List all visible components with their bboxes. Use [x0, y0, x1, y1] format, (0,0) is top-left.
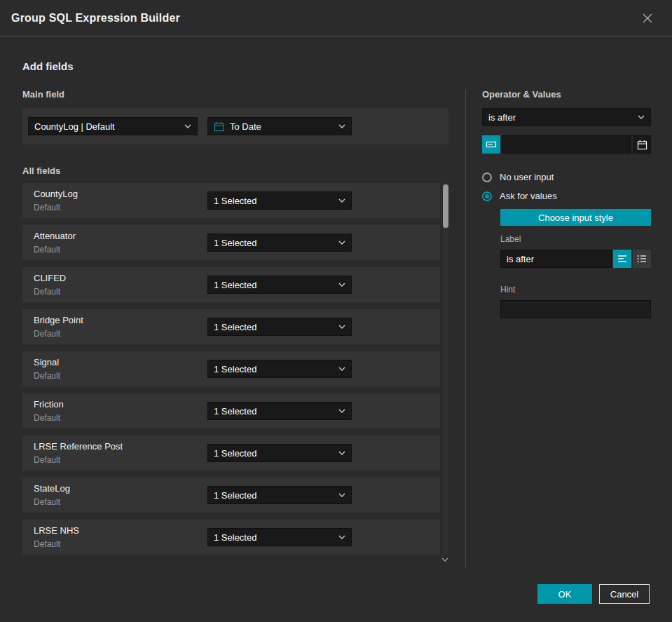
field-selected-dropdown[interactable]: 1 Selected: [207, 444, 352, 462]
chevron-down-icon: [334, 325, 345, 329]
scrollbar-track[interactable]: [443, 183, 448, 555]
cancel-button[interactable]: Cancel: [599, 584, 650, 604]
scrollbar-thumb[interactable]: [443, 184, 448, 228]
radio-unchecked-icon[interactable]: [482, 173, 492, 182]
operator-select-value: is after: [488, 112, 516, 123]
field-selected-label: 1 Selected: [214, 196, 256, 206]
radio-checked-icon[interactable]: [482, 191, 492, 201]
chevron-down-icon: [633, 115, 645, 119]
chevron-down-icon: [334, 198, 345, 203]
field-list-item: LRSE NHS Default 1 Selected: [22, 520, 440, 555]
operator-values-heading: Operator & Values: [482, 89, 651, 100]
field-list-item: Friction Default 1 Selected: [22, 393, 440, 428]
field-list-item: Signal Default 1 Selected: [22, 351, 440, 386]
add-fields-heading: Add fields: [22, 60, 651, 72]
fields-column: Main field CountyLog | Default: [22, 89, 448, 567]
columns: Main field CountyLog | Default: [22, 89, 651, 567]
label-caption: Label: [500, 234, 651, 244]
chevron-down-icon: [334, 409, 345, 413]
all-fields-list: CountyLog Default 1 Selected Attenuator …: [22, 183, 440, 555]
chevron-down-icon: [334, 124, 345, 128]
group-sql-expression-builder-dialog: Group SQL Expression Builder Add fields …: [0, 0, 672, 622]
chevron-down-icon: [334, 451, 345, 455]
date-field-select[interactable]: To Date: [207, 117, 352, 135]
hint-caption: Hint: [500, 285, 651, 295]
all-fields-list-wrap: CountyLog Default 1 Selected Attenuator …: [22, 183, 448, 555]
all-fields-label: All fields: [22, 165, 448, 176]
operator-select[interactable]: is after: [482, 108, 651, 126]
radio-no-user-input[interactable]: No user input: [482, 172, 651, 182]
field-list-item: StateLog Default 1 Selected: [22, 478, 440, 513]
field-selected-label: 1 Selected: [214, 532, 256, 543]
ok-button[interactable]: OK: [537, 584, 592, 604]
field-list-item: CountyLog Default 1 Selected: [22, 183, 440, 218]
chevron-down-icon: [334, 283, 345, 287]
radio-ask-for-values[interactable]: Ask for values: [482, 191, 651, 201]
ask-for-values-block: Choose input style Label: [500, 209, 651, 318]
field-selected-label: 1 Selected: [214, 280, 256, 290]
calendar-icon: [214, 121, 224, 132]
set-value-type-button[interactable]: [482, 135, 500, 154]
field-list-item: Attenuator Default 1 Selected: [22, 225, 440, 260]
chevron-down-icon: [180, 124, 191, 128]
field-selected-dropdown[interactable]: 1 Selected: [207, 276, 352, 294]
hint-input[interactable]: [500, 300, 651, 318]
main-field-panel: CountyLog | Default To Date: [22, 108, 448, 144]
value-row: [482, 135, 651, 154]
calendar-picker-button[interactable]: [633, 135, 651, 154]
main-field-select-value: CountyLog | Default: [34, 121, 115, 132]
date-field-select-value: To Date: [230, 121, 261, 132]
chevron-down-icon: [334, 367, 345, 371]
scroll-down-chevron-icon[interactable]: [441, 557, 448, 562]
value-input[interactable]: [502, 135, 631, 154]
field-selected-dropdown[interactable]: 1 Selected: [207, 486, 352, 504]
vertical-divider: [465, 89, 466, 567]
field-selected-label: 1 Selected: [214, 490, 256, 501]
field-selected-dropdown[interactable]: 1 Selected: [207, 360, 352, 378]
field-list-item: LRSE Reference Post Default 1 Selected: [22, 435, 440, 471]
field-selected-dropdown[interactable]: 1 Selected: [207, 234, 352, 252]
user-input-radios: No user input Ask for values: [482, 172, 651, 201]
field-selected-dropdown[interactable]: 1 Selected: [207, 191, 352, 210]
field-selected-label: 1 Selected: [214, 406, 256, 417]
field-selected-label: 1 Selected: [214, 448, 256, 459]
list-value-style-icon[interactable]: [633, 250, 651, 268]
label-input[interactable]: [500, 250, 612, 268]
field-selected-dropdown[interactable]: 1 Selected: [207, 528, 352, 546]
main-field-select[interactable]: CountyLog | Default: [28, 117, 198, 135]
field-selected-label: 1 Selected: [214, 364, 256, 374]
field-selected-label: 1 Selected: [214, 322, 256, 332]
radio-no-user-input-label: No user input: [500, 172, 554, 182]
field-selected-dropdown[interactable]: 1 Selected: [207, 318, 352, 336]
field-list-item: CLIFED Default 1 Selected: [22, 267, 440, 302]
choose-input-style-button[interactable]: Choose input style: [500, 209, 651, 226]
chevron-down-icon: [334, 493, 345, 497]
operator-values-column: Operator & Values is after: [482, 89, 651, 567]
field-selected-label: 1 Selected: [214, 238, 256, 248]
close-icon[interactable]: [638, 9, 657, 27]
dialog-body: Add fields Main field CountyLog | Defaul…: [0, 60, 672, 567]
radio-ask-for-values-label: Ask for values: [500, 191, 557, 201]
dialog-title: Group SQL Expression Builder: [11, 12, 180, 25]
dialog-footer: OK Cancel: [537, 584, 650, 604]
dialog-titlebar: Group SQL Expression Builder: [0, 0, 672, 36]
label-row: [500, 250, 651, 268]
chevron-down-icon: [334, 241, 345, 245]
main-field-label: Main field: [22, 89, 448, 100]
field-selected-dropdown[interactable]: 1 Selected: [207, 402, 352, 420]
chevron-down-icon: [334, 535, 345, 539]
field-list-item: Bridge Point Default 1 Selected: [22, 309, 440, 344]
single-value-style-icon[interactable]: [613, 250, 631, 268]
